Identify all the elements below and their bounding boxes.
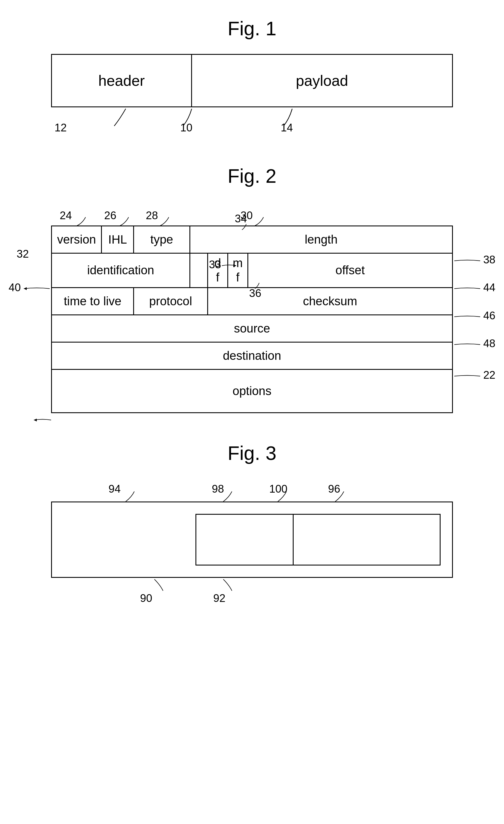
- fig2-row-5: destination: [52, 342, 452, 369]
- fig2-checksum-label: checksum: [303, 294, 357, 308]
- fig2-identification-label: identification: [87, 264, 154, 277]
- fig2-ihl-cell: IHL: [102, 226, 134, 253]
- fig2-ip-header-table: version IHL type length identificatio: [51, 225, 453, 413]
- fig3-ref-100: 100: [269, 483, 287, 495]
- fig1-packet-row: header payload: [51, 54, 453, 107]
- fig3-ref-94: 94: [108, 483, 120, 495]
- fig3-right-area: [195, 514, 440, 565]
- fig2-table-container: version IHL type length identificatio: [51, 225, 453, 413]
- fig2-length-cell: length: [190, 226, 452, 253]
- fig2-type-label: type: [150, 233, 173, 246]
- fig3-left-area: [64, 514, 195, 565]
- fig2-ttl-label: time to live: [64, 294, 121, 308]
- fig2-ref-26: 26: [104, 209, 116, 222]
- fig3-inner-box: [195, 514, 440, 565]
- fig3-top-refs: 94 98 100 96: [51, 479, 453, 502]
- figure-2: Fig. 2 24 26 28 30: [51, 165, 453, 413]
- fig2-version-label: version: [57, 233, 96, 246]
- fig3-outer-box: [51, 502, 453, 578]
- figure-1: Fig. 1 header payload 12 10: [51, 17, 453, 136]
- fig2-identification-cell: identification: [52, 253, 190, 288]
- fig2-version-cell: version: [52, 226, 102, 253]
- fig2-destination-cell: destination: [52, 342, 452, 369]
- svg-marker-2: [24, 287, 27, 290]
- fig2-ref-38: 38: [483, 253, 495, 266]
- fig2-mf-cell: mf: [228, 253, 248, 288]
- fig3-ref-90: 90: [140, 592, 152, 605]
- fig2-diagram: 24 26 28 30 version: [51, 201, 453, 413]
- fig2-ref-24: 24: [60, 209, 72, 222]
- fig2-ref-33: 33: [209, 259, 221, 271]
- fig2-empty-cell: [190, 253, 207, 288]
- fig2-source-label: source: [234, 322, 270, 335]
- fig1-diagram: header payload 12 10 14: [51, 54, 453, 136]
- svg-marker-0: [34, 419, 37, 421]
- figure-3: Fig. 3 94 98 100 96: [51, 442, 453, 601]
- fig1-ref-14: 14: [281, 122, 293, 134]
- fig2-options-cell: options: [52, 369, 452, 413]
- svg-marker-1: [233, 264, 236, 267]
- fig2-ref-32: 32: [17, 248, 29, 260]
- fig2-ref-46: 46: [483, 310, 495, 322]
- fig2-length-label: length: [305, 233, 337, 246]
- fig2-ref-32-arrow: [28, 413, 54, 425]
- fig1-header-cell: header: [52, 55, 192, 106]
- fig2-ref-44: 44: [483, 282, 495, 294]
- fig2-checksum-cell: checksum: [207, 288, 452, 315]
- fig2-ref-40: 40: [9, 282, 21, 294]
- fig3-ref-92: 92: [213, 592, 225, 605]
- fig1-ref-area: 12 10 14: [51, 107, 453, 136]
- fig2-row-6: options: [52, 369, 452, 413]
- fig1-payload-cell: payload: [192, 55, 452, 106]
- fig2-top-refs: 24 26 28 30: [51, 201, 453, 224]
- fig1-ref-12: 12: [55, 122, 67, 134]
- fig3-title: Fig. 3: [228, 442, 276, 464]
- fig2-ref-28: 28: [146, 209, 158, 222]
- fig1-payload-label: payload: [296, 72, 348, 89]
- fig2-ref-48: 48: [483, 337, 495, 350]
- fig2-source-cell: source: [52, 315, 452, 342]
- fig1-ref-10: 10: [180, 122, 192, 134]
- fig2-ttl-cell: time to live: [52, 288, 134, 315]
- fig1-header-label: header: [98, 72, 145, 89]
- fig3-ref-96: 96: [328, 483, 340, 495]
- fig2-offset-cell: offset: [248, 253, 452, 288]
- fig2-destination-label: destination: [223, 349, 281, 363]
- fig1-title: Fig. 1: [228, 17, 276, 39]
- fig2-options-label: options: [232, 384, 271, 398]
- fig2-ref-22: 22: [483, 369, 495, 381]
- fig3-inner-right-cell: [294, 515, 440, 564]
- fig2-row-4: source: [52, 315, 452, 342]
- fig3-ref-98: 98: [212, 483, 224, 495]
- fig2-title: Fig. 2: [228, 165, 276, 187]
- fig3-bottom-refs: 90 92: [51, 578, 453, 601]
- fig2-protocol-cell: protocol: [134, 288, 208, 315]
- fig2-ihl-label: IHL: [108, 233, 127, 246]
- fig3-diagram: 94 98 100 96: [51, 479, 453, 601]
- fig3-inner-left-cell: [196, 515, 294, 564]
- fig2-offset-label: offset: [335, 264, 365, 277]
- fig2-protocol-label: protocol: [149, 294, 192, 308]
- fig2-type-cell: type: [134, 226, 190, 253]
